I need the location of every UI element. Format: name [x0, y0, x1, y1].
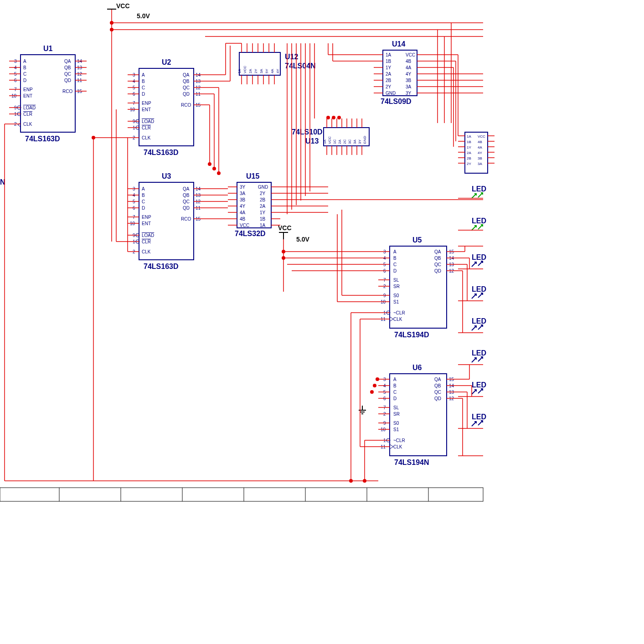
svg-text:74LS09D: 74LS09D: [381, 98, 412, 105]
svg-text:2B: 2B: [467, 156, 471, 160]
svg-text:LED: LED: [472, 285, 486, 293]
svg-text:3B: 3B: [478, 156, 482, 160]
svg-text:~CLR: ~CLR: [393, 438, 405, 443]
ic-u5: U5 74LS194D A3 B4 C5 D6 SL7 SR2 S09 S110…: [378, 236, 458, 339]
svg-text:3A: 3A: [259, 69, 263, 73]
svg-text:2C: 2C: [343, 139, 347, 144]
svg-text:4A: 4A: [240, 210, 246, 215]
svg-text:1Y: 1Y: [467, 145, 471, 149]
svg-text:QC: QC: [183, 85, 190, 90]
svg-text:5Y: 5Y: [265, 69, 269, 73]
svg-text:CLK: CLK: [142, 249, 151, 254]
svg-text:LED: LED: [472, 317, 486, 325]
svg-text:U15: U15: [246, 172, 259, 180]
svg-text:A: A: [142, 72, 145, 77]
svg-text:4B: 4B: [240, 216, 246, 222]
svg-text:CLR: CLR: [142, 125, 151, 130]
svg-text:4B: 4B: [478, 140, 482, 144]
svg-text:4Y: 4Y: [276, 69, 280, 73]
svg-text:ENT: ENT: [142, 221, 151, 226]
svg-point-505: [363, 479, 366, 483]
svg-text:QA: QA: [434, 249, 441, 254]
svg-text:1B: 1B: [467, 140, 471, 144]
svg-rect-510: [0, 488, 483, 501]
svg-point-389: [373, 384, 376, 387]
svg-text:1A: 1A: [386, 52, 392, 57]
svg-point-502: [92, 136, 95, 139]
svg-text:S1: S1: [393, 299, 399, 304]
svg-text:3Y: 3Y: [240, 185, 246, 190]
svg-text:QA: QA: [434, 377, 441, 382]
svg-text:GND: GND: [363, 136, 367, 144]
svg-text:~CLR: ~CLR: [393, 310, 405, 315]
svg-text:S1: S1: [393, 427, 399, 432]
svg-text:SL: SL: [393, 278, 399, 283]
svg-text:D: D: [393, 268, 397, 273]
svg-text:4A: 4A: [270, 69, 274, 73]
svg-text:1Y: 1Y: [386, 65, 392, 70]
svg-text:2A: 2A: [467, 151, 471, 155]
vcc-mid: VCC 5.0V: [278, 224, 309, 243]
leds: LED LED LED LED LED LED LED LED: [472, 185, 486, 426]
svg-text:U6: U6: [412, 364, 422, 371]
svg-text:74LS04N: 74LS04N: [285, 62, 316, 70]
svg-text:2A: 2A: [338, 139, 342, 144]
ic-u15: U15 74LS32D 3YGND 3A2Y 3B2B 4Y2A 4A1Y 4B…: [228, 172, 280, 237]
svg-text:1B: 1B: [260, 216, 266, 222]
svg-text:2Y: 2Y: [386, 84, 392, 89]
svg-text:A: A: [393, 377, 397, 382]
svg-text:2B: 2B: [260, 197, 266, 202]
svg-text:2A: 2A: [248, 69, 252, 73]
svg-text:QC: QC: [64, 72, 71, 77]
svg-text:74LS163D: 74LS163D: [144, 149, 179, 156]
svg-text:3A: 3A: [240, 191, 246, 196]
svg-point-501: [110, 28, 113, 31]
svg-text:3Y: 3Y: [406, 91, 412, 96]
svg-text:74LS194N: 74LS194N: [394, 459, 429, 466]
ic-u2: U2 74LS163D A3 B4 C5 D6 ENP7 ENT10 LOAD9…: [128, 58, 205, 156]
svg-point-508: [212, 167, 216, 170]
svg-text:1A: 1A: [323, 139, 327, 144]
svg-text:4Y: 4Y: [406, 72, 412, 77]
svg-text:LOAD: LOAD: [142, 233, 154, 238]
svg-text:VCC: VCC: [406, 52, 415, 57]
svg-text:QC: QC: [434, 262, 441, 267]
svg-text:B: B: [142, 79, 145, 84]
svg-text:U5: U5: [412, 236, 422, 244]
svg-point-390: [370, 390, 374, 394]
svg-text:CLK: CLK: [23, 122, 32, 127]
svg-text:3B: 3B: [240, 197, 246, 202]
svg-text:VCC: VCC: [116, 2, 130, 10]
ic-u3: U3 74LS163D A3 B4 C5 D6 ENP7 ENT10 LOAD9…: [128, 172, 205, 270]
svg-point-230: [332, 116, 335, 119]
svg-text:QD: QD: [183, 92, 190, 97]
svg-text:D: D: [142, 206, 145, 211]
svg-text:SR: SR: [393, 284, 400, 289]
svg-text:RCO: RCO: [181, 216, 191, 222]
svg-text:QD: QD: [183, 206, 190, 211]
svg-text:LED: LED: [472, 381, 486, 389]
svg-text:SR: SR: [393, 412, 400, 417]
svg-text:3A: 3A: [353, 139, 357, 144]
svg-text:B: B: [393, 256, 397, 261]
svg-text:2Y: 2Y: [467, 162, 471, 166]
svg-text:QA: QA: [183, 72, 190, 77]
svg-text:A: A: [142, 186, 145, 191]
svg-text:QB: QB: [434, 383, 441, 388]
svg-point-509: [217, 171, 221, 175]
svg-point-231: [337, 116, 341, 119]
svg-text:GND: GND: [258, 185, 268, 190]
svg-text:4Y: 4Y: [240, 204, 246, 209]
svg-text:B: B: [142, 193, 145, 198]
svg-text:5.0V: 5.0V: [296, 236, 309, 243]
svg-text:S0: S0: [393, 421, 399, 426]
svg-text:3C: 3C: [348, 139, 352, 144]
svg-text:4Y: 4Y: [478, 151, 482, 155]
svg-text:A: A: [23, 59, 26, 64]
svg-text:LED: LED: [472, 413, 486, 421]
svg-text:74LS32D: 74LS32D: [235, 230, 266, 237]
svg-text:3A: 3A: [406, 84, 412, 89]
svg-text:1B: 1B: [386, 59, 392, 64]
svg-text:QD: QD: [434, 396, 441, 401]
svg-text:CLK: CLK: [393, 317, 402, 322]
